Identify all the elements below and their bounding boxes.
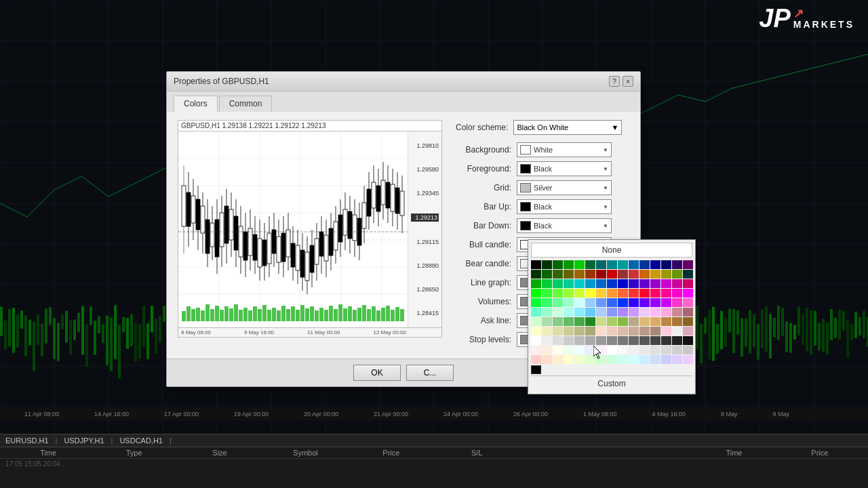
palette-cell[interactable] [585, 308, 595, 317]
palette-cell[interactable] [661, 327, 671, 336]
background-picker[interactable]: White ▼ [517, 142, 612, 157]
palette-cell[interactable] [564, 336, 574, 345]
palette-cell[interactable] [672, 336, 682, 345]
palette-cell[interactable] [683, 336, 693, 345]
palette-cell[interactable] [618, 260, 628, 269]
palette-cell[interactable] [650, 327, 660, 336]
palette-cell[interactable] [596, 327, 606, 336]
palette-cell[interactable] [574, 260, 585, 269]
palette-cell[interactable] [574, 355, 585, 364]
palette-cell[interactable] [585, 260, 595, 269]
palette-cell[interactable] [661, 270, 671, 279]
palette-cell[interactable] [618, 317, 628, 326]
palette-cell[interactable] [683, 298, 693, 307]
ok-button[interactable]: OK [353, 365, 401, 381]
palette-cell[interactable] [531, 260, 541, 269]
palette-cell[interactable] [542, 260, 552, 269]
palette-cell[interactable] [553, 346, 563, 354]
palette-cell[interactable] [564, 308, 574, 317]
palette-cell[interactable] [553, 279, 563, 288]
palette-cell[interactable] [607, 279, 617, 288]
palette-cell[interactable] [618, 279, 628, 288]
palette-cell[interactable] [650, 308, 660, 317]
palette-cell[interactable] [564, 270, 574, 279]
palette-cell[interactable] [607, 298, 617, 307]
palette-cell[interactable] [629, 279, 639, 288]
palette-cell[interactable] [553, 327, 563, 336]
palette-cell[interactable] [672, 308, 682, 317]
palette-cell[interactable] [683, 260, 693, 269]
palette-cell[interactable] [596, 355, 606, 364]
palette-cell[interactable] [629, 336, 639, 345]
palette-cell[interactable] [629, 317, 639, 326]
foreground-picker[interactable]: Black ▼ [517, 161, 612, 176]
palette-cell[interactable] [596, 317, 606, 326]
palette-cell[interactable] [661, 298, 671, 307]
palette-cell[interactable] [553, 289, 563, 298]
color-scheme-dropdown[interactable]: Black On White ▼ [513, 120, 622, 135]
palette-cell[interactable] [618, 298, 628, 307]
palette-cell[interactable] [531, 308, 541, 317]
palette-cell[interactable] [661, 317, 671, 326]
palette-cell[interactable] [639, 279, 650, 288]
palette-cell[interactable] [683, 355, 693, 364]
palette-cell[interactable] [564, 317, 574, 326]
palette-cell[interactable] [585, 336, 595, 345]
palette-cell[interactable] [596, 270, 606, 279]
palette-cell[interactable] [607, 317, 617, 326]
palette-cell[interactable] [629, 346, 639, 354]
palette-none-button[interactable]: None [531, 243, 692, 258]
palette-cell[interactable] [639, 298, 650, 307]
palette-cell[interactable] [629, 327, 639, 336]
palette-cell[interactable] [683, 346, 693, 354]
symbol-tab-usdcad[interactable]: USDCAD,H1 [119, 436, 163, 445]
palette-cell[interactable] [564, 346, 574, 354]
palette-cell[interactable] [564, 279, 574, 288]
palette-cell[interactable] [639, 260, 650, 269]
palette-cell[interactable] [553, 317, 563, 326]
palette-cell[interactable] [672, 270, 682, 279]
palette-cell[interactable] [650, 346, 660, 354]
palette-cell[interactable] [531, 270, 541, 279]
palette-cell[interactable] [629, 270, 639, 279]
palette-cell[interactable] [564, 289, 574, 298]
palette-cell[interactable] [553, 260, 563, 269]
palette-cell[interactable] [683, 270, 693, 279]
palette-cell[interactable] [661, 289, 671, 298]
palette-cell[interactable] [542, 289, 552, 298]
palette-cell[interactable] [531, 355, 541, 364]
palette-cell[interactable] [531, 317, 541, 326]
palette-cell[interactable] [564, 260, 574, 269]
palette-cell[interactable] [629, 355, 639, 364]
palette-cell[interactable] [618, 355, 628, 364]
palette-cell[interactable] [596, 289, 606, 298]
palette-cell[interactable] [596, 308, 606, 317]
palette-cell[interactable] [596, 279, 606, 288]
palette-cell[interactable] [650, 260, 660, 269]
palette-cell[interactable] [639, 355, 650, 364]
palette-cell[interactable] [683, 317, 693, 326]
palette-black-cell[interactable] [531, 365, 541, 374]
palette-cell[interactable] [574, 289, 585, 298]
palette-cell[interactable] [531, 336, 541, 345]
palette-cell[interactable] [531, 327, 541, 336]
palette-cell[interactable] [607, 270, 617, 279]
palette-cell[interactable] [574, 279, 585, 288]
palette-cell[interactable] [650, 279, 660, 288]
palette-cell[interactable] [661, 355, 671, 364]
palette-cell[interactable] [683, 279, 693, 288]
palette-cell[interactable] [542, 346, 552, 354]
palette-cell[interactable] [585, 317, 595, 326]
bar-down-picker[interactable]: Black ▼ [517, 218, 612, 233]
palette-cell[interactable] [542, 355, 552, 364]
palette-cell[interactable] [553, 298, 563, 307]
palette-cell[interactable] [574, 308, 585, 317]
palette-cell[interactable] [672, 279, 682, 288]
palette-cell[interactable] [683, 308, 693, 317]
symbol-tab-usdjpy[interactable]: USDJPY,H1 [64, 436, 104, 445]
symbol-tab-eurusd[interactable]: EURUSD,H1 [5, 436, 49, 445]
palette-cell[interactable] [639, 327, 650, 336]
palette-cell[interactable] [574, 346, 585, 354]
tab-colors[interactable]: Colors [174, 96, 218, 112]
palette-cell[interactable] [639, 336, 650, 345]
